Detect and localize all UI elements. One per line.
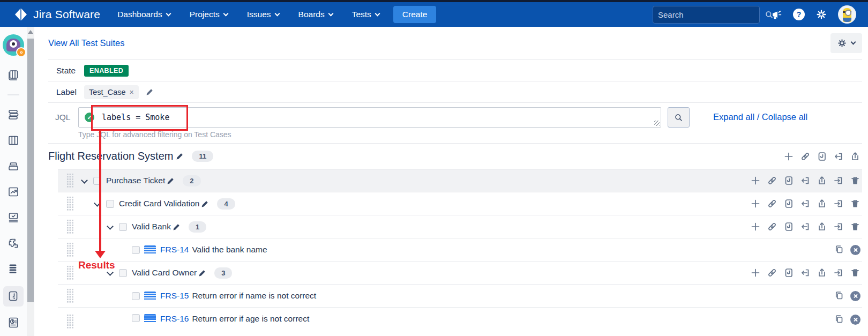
sidebar-scrollbar[interactable] (27, 27, 34, 336)
copy-icon[interactable] (834, 314, 844, 325)
stacked-layers-icon[interactable] (7, 108, 20, 121)
help-icon[interactable] (793, 9, 805, 20)
nav-projects[interactable]: Projects (190, 10, 228, 19)
drag-handle-icon[interactable] (66, 288, 74, 303)
collapse-all-link[interactable]: Collapse all (762, 112, 807, 122)
drag-handle-icon[interactable] (66, 219, 74, 234)
remove-label-icon[interactable] (130, 88, 134, 96)
export-icon[interactable] (817, 267, 827, 278)
link-icon[interactable] (767, 267, 777, 278)
document-icon[interactable] (783, 221, 794, 232)
remove-icon[interactable] (850, 315, 860, 325)
edit-suite-button[interactable] (198, 268, 207, 278)
suite-row[interactable]: Purchase Ticket 2 (58, 169, 862, 192)
remove-icon[interactable] (850, 291, 860, 301)
row-checkbox[interactable] (119, 269, 127, 277)
resize-handle[interactable] (654, 121, 660, 126)
link-icon[interactable] (767, 175, 777, 186)
expand-all-link[interactable]: Expand all (713, 112, 754, 122)
copy-icon[interactable] (834, 290, 844, 301)
add-icon[interactable] (750, 267, 761, 278)
test-suites-nav-selected[interactable] (3, 286, 24, 307)
nav-issues[interactable]: Issues (247, 10, 279, 19)
boards-icon[interactable] (7, 69, 20, 81)
gear-icon[interactable] (816, 9, 827, 20)
import-icon[interactable] (800, 221, 811, 232)
collapse-chevron-icon[interactable] (105, 268, 115, 278)
edit-suite-button[interactable] (175, 152, 184, 161)
trash-icon[interactable] (850, 267, 860, 278)
move-icon[interactable] (833, 267, 844, 278)
row-checkbox[interactable] (119, 223, 127, 231)
scroll-up-arrow-icon[interactable] (28, 30, 33, 34)
nav-boards[interactable]: Boards (298, 10, 333, 19)
document-icon[interactable] (783, 198, 794, 209)
import-icon[interactable] (833, 151, 844, 162)
drag-handle-icon[interactable] (66, 265, 74, 280)
test-executions-icon[interactable] (7, 211, 20, 224)
drag-handle-icon[interactable] (66, 242, 74, 257)
issue-key-link[interactable]: FRS-15 (160, 291, 189, 301)
add-icon[interactable] (750, 221, 761, 232)
row-checkbox[interactable] (106, 200, 114, 208)
nav-tests[interactable]: Tests (352, 10, 379, 19)
collapse-chevron-icon[interactable] (105, 222, 115, 232)
edit-suite-button[interactable] (200, 199, 209, 208)
drag-handle-icon[interactable] (66, 314, 74, 329)
row-checkbox[interactable] (132, 314, 140, 322)
drag-handle-icon[interactable] (66, 173, 74, 188)
remove-icon[interactable] (850, 245, 860, 255)
megaphone-icon[interactable] (771, 9, 782, 20)
link-icon[interactable] (767, 221, 777, 232)
jql-input[interactable]: labels = Smoke (78, 107, 661, 128)
export-icon[interactable] (817, 175, 827, 186)
report-icon[interactable] (7, 316, 20, 329)
table-columns-icon[interactable] (7, 134, 20, 147)
chart-icon[interactable] (7, 185, 20, 198)
document-icon[interactable] (783, 267, 794, 278)
copy-icon[interactable] (834, 244, 844, 255)
user-avatar[interactable] (838, 5, 856, 24)
document-icon[interactable] (817, 151, 827, 162)
jql-search-button[interactable] (668, 107, 690, 128)
app-logo[interactable] (3, 34, 24, 56)
move-icon[interactable] (833, 198, 844, 209)
collapse-chevron-icon[interactable] (79, 176, 89, 185)
test-case-row[interactable]: FRS-16 Return error if age is not correc… (58, 307, 862, 336)
trash-icon[interactable] (850, 198, 860, 209)
import-icon[interactable] (800, 267, 811, 278)
move-icon[interactable] (833, 175, 844, 186)
import-icon[interactable] (800, 175, 811, 186)
suite-row[interactable]: Valid Bank 1 (58, 215, 862, 238)
export-icon[interactable] (817, 221, 827, 232)
import-icon[interactable] (800, 198, 811, 209)
search-input[interactable] (658, 10, 765, 19)
drag-handle-icon[interactable] (66, 196, 74, 211)
test-case-row[interactable]: FRS-14 Valid the bank name (58, 238, 862, 261)
scrollbar-thumb[interactable] (27, 39, 34, 302)
edit-label-button[interactable] (145, 87, 154, 96)
move-icon[interactable] (833, 221, 844, 232)
view-all-test-suites-link[interactable]: View All Test Suites (48, 38, 124, 48)
global-search[interactable] (653, 6, 760, 24)
trash-icon[interactable] (850, 221, 860, 232)
export-icon[interactable] (817, 198, 827, 209)
add-icon[interactable] (750, 198, 761, 209)
suite-row[interactable]: Valid Card Owner 3 (58, 261, 862, 284)
puzzle-icon[interactable] (7, 237, 20, 250)
edit-suite-button[interactable] (172, 222, 181, 232)
add-icon[interactable] (750, 175, 761, 186)
edit-suite-button[interactable] (166, 176, 175, 185)
list-icon[interactable] (7, 263, 20, 275)
create-button[interactable]: Create (393, 6, 437, 23)
add-icon[interactable] (783, 151, 794, 162)
inbox-tray-icon[interactable] (7, 160, 20, 173)
collapse-chevron-icon[interactable] (92, 199, 102, 208)
jira-brand[interactable]: Jira Software (14, 8, 100, 21)
issue-key-link[interactable]: FRS-16 (160, 314, 189, 324)
trash-icon[interactable] (850, 175, 860, 186)
row-checkbox[interactable] (132, 246, 140, 254)
test-case-row[interactable]: FRS-15 Return error if name is not corre… (58, 284, 862, 307)
nav-dashboards[interactable]: Dashboards (117, 10, 170, 19)
issue-key-link[interactable]: FRS-14 (160, 245, 189, 255)
